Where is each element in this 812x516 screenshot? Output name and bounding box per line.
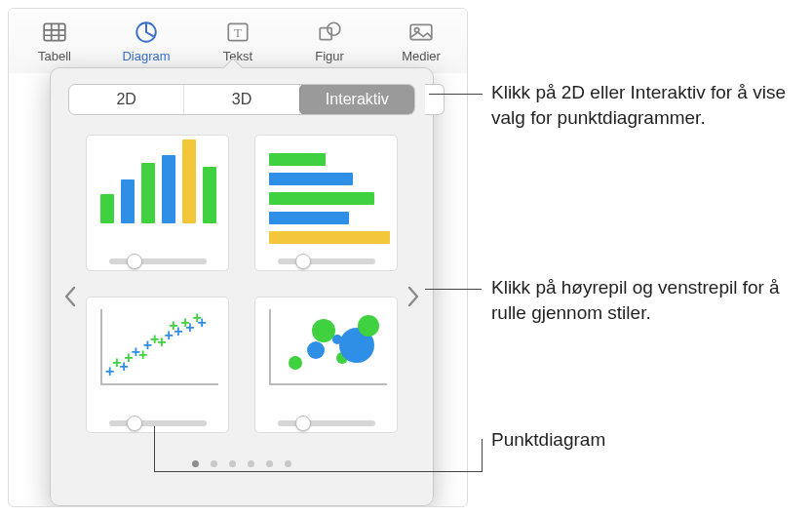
svg-point-9 bbox=[328, 22, 340, 35]
segment-interactive[interactable]: Interaktiv bbox=[299, 84, 415, 115]
next-style-arrow[interactable] bbox=[400, 277, 427, 316]
chart-popover: 2D 3D Interaktiv bbox=[50, 67, 434, 506]
chart-option-scatter[interactable]: ++++++++++++++++ bbox=[86, 297, 229, 433]
chevron-left-icon bbox=[63, 286, 77, 307]
toolbar-item-shape[interactable]: Figur bbox=[291, 20, 367, 63]
svg-rect-10 bbox=[410, 24, 432, 39]
toolbar-label: Tabell bbox=[38, 49, 71, 63]
chart-grid: ++++++++++++++++ bbox=[86, 135, 398, 433]
page-dots bbox=[51, 460, 433, 467]
preview-slider[interactable] bbox=[87, 415, 228, 432]
toolbar-label: Medier bbox=[402, 49, 441, 63]
media-icon bbox=[408, 20, 434, 45]
svg-rect-0 bbox=[44, 23, 65, 40]
chart-icon bbox=[134, 20, 159, 45]
table-icon bbox=[42, 20, 67, 45]
chart-type-segmented: 2D 3D Interaktiv bbox=[68, 84, 415, 115]
preview-slider[interactable] bbox=[87, 253, 228, 270]
app-window: Tabell Diagram T Tekst Figur Medier 2D 3… bbox=[8, 8, 468, 507]
callout-line bbox=[482, 439, 483, 472]
page-dot[interactable] bbox=[266, 460, 273, 467]
callout-line bbox=[429, 94, 483, 95]
page-dot[interactable] bbox=[211, 460, 217, 467]
preview-slider[interactable] bbox=[255, 253, 397, 270]
callout-line bbox=[154, 471, 482, 472]
segmented-overflow bbox=[425, 84, 445, 115]
page-dot[interactable] bbox=[285, 460, 291, 467]
segment-2d[interactable]: 2D bbox=[69, 85, 184, 114]
callout-line bbox=[425, 289, 482, 290]
chart-grid-wrap: ++++++++++++++++ bbox=[51, 125, 433, 441]
shape-icon bbox=[317, 20, 342, 45]
popover-arrow bbox=[222, 59, 242, 68]
text-icon: T bbox=[225, 20, 251, 45]
bar-chart-preview bbox=[255, 136, 397, 253]
chevron-right-icon bbox=[406, 286, 420, 307]
toolbar-item-media[interactable]: Medier bbox=[383, 20, 459, 63]
callout-arrows: Klikk på høyrepil og venstrepil for å ru… bbox=[491, 275, 784, 325]
svg-text:T: T bbox=[234, 25, 242, 40]
toolbar-item-chart[interactable]: Diagram bbox=[108, 20, 184, 63]
page-dot[interactable] bbox=[192, 460, 199, 467]
scatter-chart-preview: ++++++++++++++++ bbox=[87, 298, 228, 415]
page-dot[interactable] bbox=[229, 460, 236, 467]
callout-line bbox=[154, 426, 155, 471]
prev-style-arrow[interactable] bbox=[57, 277, 84, 316]
page-dot[interactable] bbox=[248, 460, 254, 467]
chart-option-bubble[interactable] bbox=[254, 297, 398, 433]
toolbar-label: Figur bbox=[315, 49, 344, 63]
toolbar-label: Diagram bbox=[122, 49, 170, 63]
preview-slider[interactable] bbox=[255, 415, 397, 432]
toolbar-item-table[interactable]: Tabell bbox=[17, 20, 93, 63]
callout-segmented: Klikk på 2D eller Interaktiv for å vise … bbox=[491, 80, 793, 130]
column-chart-preview bbox=[87, 136, 228, 253]
chart-option-bar[interactable] bbox=[254, 135, 398, 271]
segment-3d[interactable]: 3D bbox=[184, 85, 299, 114]
chart-option-column[interactable] bbox=[86, 135, 229, 271]
callout-scatter: Punktdiagram bbox=[491, 427, 605, 453]
toolbar-item-text[interactable]: T Tekst bbox=[200, 20, 276, 63]
bubble-chart-preview bbox=[255, 298, 397, 415]
